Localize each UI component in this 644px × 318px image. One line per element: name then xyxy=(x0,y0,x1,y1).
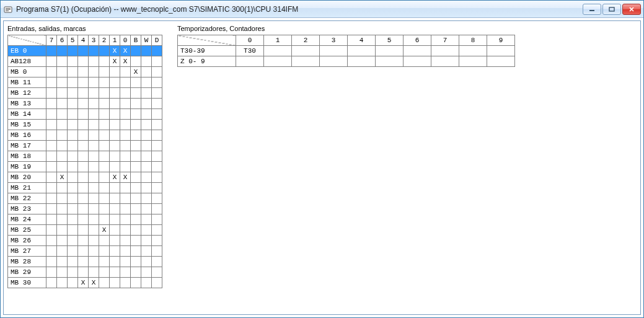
cell[interactable] xyxy=(46,120,57,130)
cell[interactable] xyxy=(120,214,131,225)
cell[interactable] xyxy=(57,183,68,193)
cell[interactable] xyxy=(152,257,162,267)
maximize-button[interactable] xyxy=(602,4,621,15)
cell[interactable] xyxy=(110,257,120,267)
cell[interactable] xyxy=(152,130,162,141)
cell[interactable] xyxy=(78,172,89,183)
cell[interactable] xyxy=(152,88,162,99)
cell[interactable] xyxy=(110,151,120,162)
column-header[interactable]: 7 xyxy=(46,35,57,46)
cell[interactable] xyxy=(120,141,131,151)
cell[interactable] xyxy=(141,67,152,77)
cell[interactable] xyxy=(99,141,110,151)
cell[interactable] xyxy=(68,278,78,288)
cell[interactable] xyxy=(78,67,89,77)
cell[interactable]: X xyxy=(99,225,110,236)
cell[interactable] xyxy=(78,204,89,214)
cell[interactable] xyxy=(141,267,152,278)
cell[interactable] xyxy=(89,141,99,151)
cell[interactable] xyxy=(131,236,141,246)
cell[interactable] xyxy=(57,236,68,246)
cell[interactable] xyxy=(459,56,487,67)
cell[interactable]: X xyxy=(89,278,99,288)
cell[interactable] xyxy=(89,183,99,193)
cell[interactable] xyxy=(487,46,515,56)
cell[interactable] xyxy=(141,46,152,56)
cell[interactable] xyxy=(99,109,110,120)
cell[interactable] xyxy=(57,278,68,288)
column-header[interactable]: 1 xyxy=(110,35,120,46)
cell[interactable] xyxy=(57,67,68,77)
cell[interactable] xyxy=(57,257,68,267)
cell[interactable] xyxy=(152,236,162,246)
cell[interactable] xyxy=(57,162,68,172)
cell[interactable] xyxy=(131,162,141,172)
cell[interactable] xyxy=(141,183,152,193)
cell[interactable] xyxy=(110,67,120,77)
cell[interactable] xyxy=(68,141,78,151)
cell[interactable] xyxy=(89,257,99,267)
table-row[interactable]: Z 0- 9 xyxy=(178,56,515,67)
cell[interactable] xyxy=(89,151,99,162)
cell[interactable] xyxy=(141,278,152,288)
table-row[interactable]: MB 18 xyxy=(8,151,162,162)
row-header[interactable]: MB 18 xyxy=(8,151,46,162)
cell[interactable] xyxy=(110,183,120,193)
cell[interactable] xyxy=(120,246,131,257)
row-header[interactable]: MB 26 xyxy=(8,236,46,246)
cell[interactable] xyxy=(68,46,78,56)
cell[interactable] xyxy=(131,109,141,120)
cell[interactable] xyxy=(46,172,57,183)
cell[interactable] xyxy=(57,193,68,204)
cell[interactable] xyxy=(89,56,99,67)
cell[interactable] xyxy=(68,246,78,257)
cell[interactable] xyxy=(120,151,131,162)
cell[interactable] xyxy=(78,257,89,267)
cell[interactable] xyxy=(131,46,141,56)
cell[interactable] xyxy=(99,172,110,183)
cell[interactable] xyxy=(89,120,99,130)
cell[interactable] xyxy=(120,88,131,99)
cell[interactable] xyxy=(120,67,131,77)
table-row[interactable]: MB 0X xyxy=(8,67,162,77)
column-header[interactable]: 3 xyxy=(320,35,348,46)
cell[interactable] xyxy=(320,46,348,56)
cell[interactable] xyxy=(57,120,68,130)
cell[interactable] xyxy=(110,278,120,288)
column-header[interactable]: W xyxy=(141,35,152,46)
cell[interactable] xyxy=(264,56,292,67)
cell[interactable] xyxy=(46,257,57,267)
row-header[interactable]: AB128 xyxy=(8,56,46,67)
cell[interactable] xyxy=(68,109,78,120)
table-row[interactable]: MB 15 xyxy=(8,120,162,130)
cell[interactable] xyxy=(89,88,99,99)
cell[interactable] xyxy=(292,46,320,56)
cell[interactable] xyxy=(152,141,162,151)
cell[interactable] xyxy=(99,56,110,67)
cell[interactable] xyxy=(89,67,99,77)
table-row[interactable]: MB 12 xyxy=(8,88,162,99)
cell[interactable] xyxy=(78,151,89,162)
column-header[interactable]: 9 xyxy=(487,35,515,46)
cell[interactable] xyxy=(152,151,162,162)
cell[interactable] xyxy=(46,141,57,151)
cell[interactable] xyxy=(46,183,57,193)
cell[interactable]: X xyxy=(78,278,89,288)
column-header[interactable]: 6 xyxy=(57,35,68,46)
cell[interactable] xyxy=(99,236,110,246)
cell[interactable] xyxy=(99,183,110,193)
cell[interactable] xyxy=(68,162,78,172)
table-row[interactable]: MB 11 xyxy=(8,77,162,88)
column-header[interactable]: 6 xyxy=(404,35,431,46)
cell[interactable] xyxy=(110,246,120,257)
cell[interactable] xyxy=(89,172,99,183)
cell[interactable] xyxy=(99,214,110,225)
column-header[interactable]: B xyxy=(131,35,141,46)
column-header[interactable]: 3 xyxy=(89,35,99,46)
table-row[interactable]: MB 25X xyxy=(8,225,162,236)
cell[interactable] xyxy=(78,120,89,130)
cell[interactable] xyxy=(89,77,99,88)
cell[interactable] xyxy=(120,183,131,193)
cell[interactable] xyxy=(120,77,131,88)
cell[interactable]: X xyxy=(131,67,141,77)
